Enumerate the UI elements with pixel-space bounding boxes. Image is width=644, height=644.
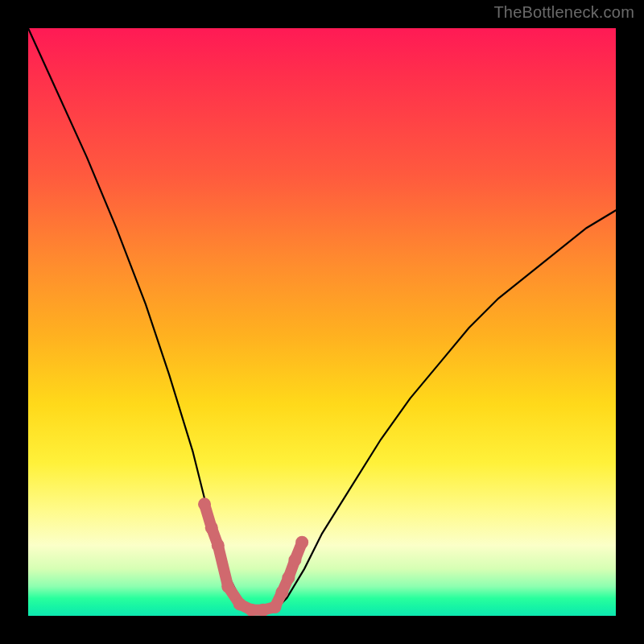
- watermark-text: TheBottleneck.com: [493, 3, 634, 22]
- marker-dot: [295, 536, 308, 549]
- figure-frame: TheBottleneck.com: [0, 0, 644, 644]
- bottleneck-curve: [28, 28, 616, 610]
- curve-svg: [28, 28, 616, 616]
- plot-area: [28, 28, 616, 616]
- bottom-markers: [198, 497, 308, 616]
